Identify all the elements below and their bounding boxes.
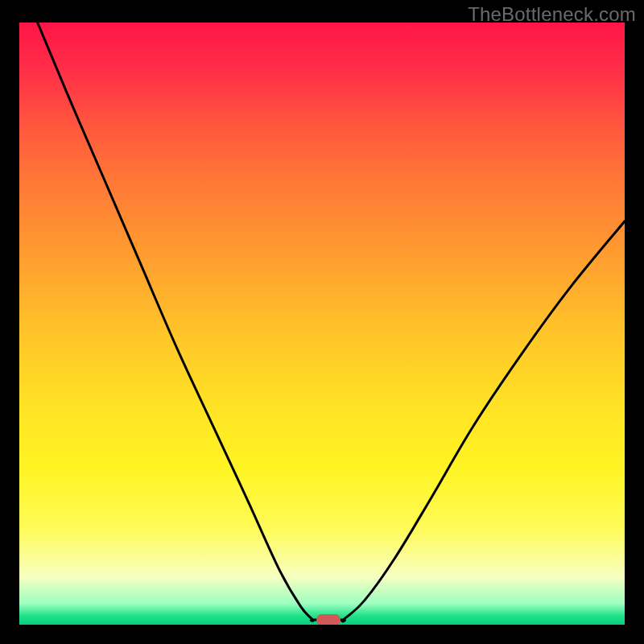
- minimum-marker: [316, 614, 341, 625]
- watermark-text: TheBottleneck.com: [468, 3, 636, 26]
- chart-frame: TheBottleneck.com: [0, 0, 644, 644]
- bottleneck-curve: [19, 23, 625, 625]
- plot-area: [19, 23, 625, 625]
